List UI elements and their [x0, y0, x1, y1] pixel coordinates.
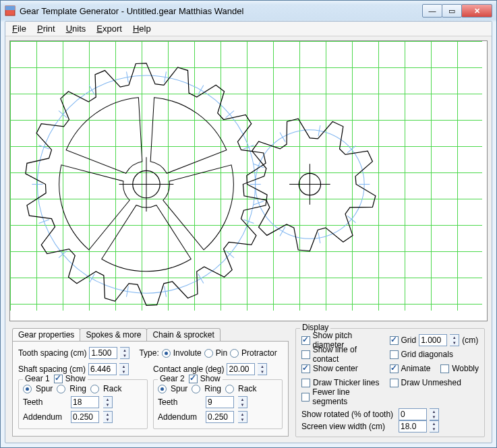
tab-spokes[interactable]: Spokes & more: [80, 328, 147, 341]
gear1-show-check[interactable]: [54, 375, 63, 383]
svg-line-17: [59, 251, 67, 257]
gear2-group: Gear 2 Show Spur Ring Rack Teeth ▲▼ Adde…: [153, 379, 283, 429]
view-width-input[interactable]: [399, 420, 427, 433]
contact-angle-spinner[interactable]: ▲▼: [258, 363, 267, 375]
tooth-spacing-spinner[interactable]: ▲▼: [120, 347, 129, 359]
chk-line-contact[interactable]: [301, 350, 310, 359]
chk-grid[interactable]: [390, 336, 399, 345]
show-rotated-spinner[interactable]: ▲▼: [430, 408, 439, 420]
gear1-addendum-input[interactable]: [71, 411, 99, 423]
close-button[interactable]: ✕: [461, 4, 492, 18]
tab-gear-properties[interactable]: Gear properties: [12, 328, 80, 341]
gear2-teeth-spinner[interactable]: ▲▼: [238, 396, 247, 408]
grid-size-input[interactable]: [419, 334, 447, 346]
shaft-spacing-input[interactable]: [88, 363, 117, 375]
show-rotated-input[interactable]: [399, 408, 427, 420]
type-protractor-label: Protractor: [241, 348, 277, 358]
menubar: File Print Units Export Help: [5, 22, 492, 36]
gear2-teeth-input[interactable]: [206, 396, 234, 408]
chk-grid-diag[interactable]: [390, 350, 399, 359]
type-involute-label: Involute: [173, 348, 202, 358]
chk-show-center[interactable]: [301, 364, 310, 373]
view-width-spinner[interactable]: ▲▼: [430, 420, 439, 433]
menu-print[interactable]: Print: [37, 24, 55, 34]
gear1-teeth-spinner[interactable]: ▲▼: [103, 396, 113, 408]
gear1-addendum-spinner[interactable]: ▲▼: [103, 411, 113, 423]
grid-size-spinner[interactable]: ▲▼: [450, 334, 459, 346]
chk-wobbly[interactable]: [440, 364, 449, 373]
type-pin-radio[interactable]: [204, 349, 213, 358]
gear2-ring-radio[interactable]: [192, 385, 200, 393]
app-window: Gear Template Generator - Untitled.gear …: [0, 0, 497, 448]
gear2-addendum-spinner[interactable]: ▲▼: [238, 411, 247, 423]
tooth-spacing-label: Tooth spacing (cm): [18, 348, 86, 358]
contact-angle-label: Contact angle (deg): [153, 364, 224, 374]
menu-export[interactable]: Export: [96, 24, 122, 34]
menu-units[interactable]: Units: [66, 24, 86, 34]
chk-fewer[interactable]: [301, 393, 310, 402]
tooth-spacing-input[interactable]: [89, 347, 117, 359]
svg-line-29: [347, 216, 355, 222]
svg-rect-1: [5, 6, 15, 10]
gear-drawing: [10, 41, 487, 321]
svg-line-18: [39, 220, 49, 224]
gear1-spur-radio[interactable]: [23, 385, 32, 393]
svg-line-26: [226, 110, 234, 117]
svg-line-27: [243, 146, 254, 150]
gear1-group: Gear 1 Show Spur Ring Rack Teeth ▲▼ Adde…: [18, 379, 148, 429]
svg-line-34: [280, 133, 285, 142]
svg-line-13: [198, 274, 204, 284]
svg-line-32: [254, 201, 264, 205]
type-protractor-radio[interactable]: [230, 349, 239, 358]
chk-unmeshed[interactable]: [390, 379, 399, 387]
minimize-button[interactable]: —: [422, 4, 442, 18]
gear1-rack-radio[interactable]: [90, 385, 99, 393]
chk-animate[interactable]: [390, 364, 399, 373]
gear2-show-check[interactable]: [189, 375, 198, 383]
window-title: Gear Template Generator - Untitled.gear …: [20, 6, 243, 16]
app-icon: [5, 5, 16, 16]
menu-file[interactable]: File: [12, 24, 26, 34]
type-label: Type:: [139, 348, 158, 358]
contact-angle-input[interactable]: [227, 363, 255, 375]
svg-line-36: [347, 146, 355, 152]
chk-show-pitch[interactable]: [301, 336, 310, 345]
type-involute-radio[interactable]: [162, 349, 171, 358]
svg-line-22: [89, 86, 94, 95]
type-pin-label: Pin: [216, 348, 227, 358]
chk-thicker[interactable]: [301, 379, 310, 387]
shaft-spacing-label: Shaft spacing (cm): [18, 364, 86, 374]
gear2-spur-radio[interactable]: [158, 385, 167, 393]
titlebar: Gear Template Generator - Untitled.gear …: [1, 1, 496, 21]
tab-body: Tooth spacing (cm) ▲▼ Type: Involute Pin…: [12, 341, 289, 437]
tab-chain[interactable]: Chain & sprocket: [146, 328, 220, 341]
gear-canvas[interactable]: [9, 40, 488, 321]
display-panel: Display Show pitch diameter Show line of…: [295, 328, 485, 437]
menu-help[interactable]: Help: [133, 24, 151, 34]
gear2-addendum-input[interactable]: [206, 411, 234, 423]
gear1-ring-radio[interactable]: [57, 385, 65, 393]
maximize-button[interactable]: ▭: [442, 4, 462, 18]
shaft-spacing-spinner[interactable]: ▲▼: [119, 363, 129, 375]
gear1-teeth-input[interactable]: [71, 396, 99, 408]
gear2-rack-radio[interactable]: [225, 385, 234, 393]
